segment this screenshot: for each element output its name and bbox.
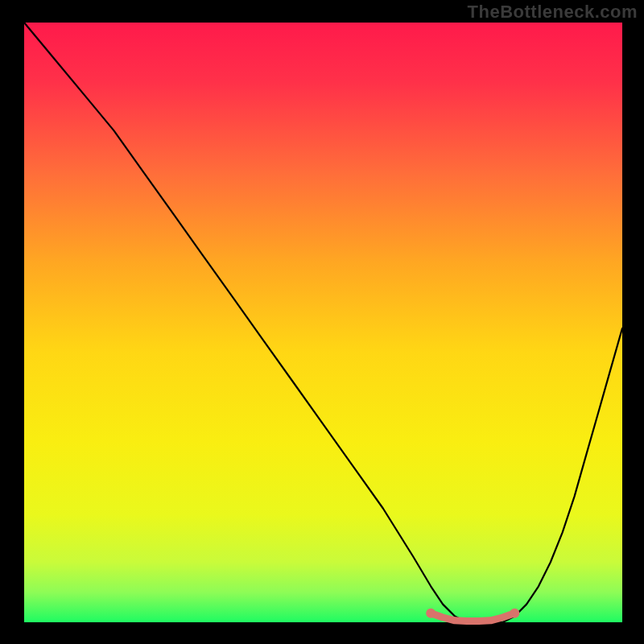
- svg-point-0: [426, 609, 436, 618]
- plot-background: [24, 23, 622, 622]
- chart-stage: TheBottleneck.com: [0, 0, 644, 644]
- bottleneck-chart: [0, 0, 644, 644]
- svg-point-1: [510, 609, 519, 618]
- watermark-text: TheBottleneck.com: [468, 2, 638, 23]
